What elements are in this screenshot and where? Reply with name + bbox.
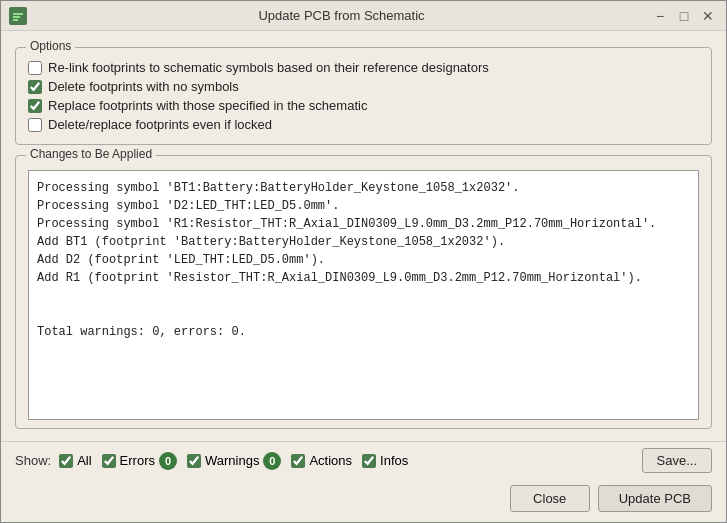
changes-group: Changes to Be Applied Processing symbol … [15,155,712,429]
main-window: Update PCB from Schematic − □ ✕ Options … [0,0,727,523]
replace-footprints-label[interactable]: Replace footprints with those specified … [48,98,367,113]
filter-errors: Errors 0 [102,452,177,470]
action-bar: Close Update PCB [1,479,726,522]
delete-locked-checkbox[interactable] [28,118,42,132]
filter-infos-label[interactable]: Infos [380,453,408,468]
relink-checkbox[interactable] [28,61,42,75]
close-button-action[interactable]: Close [510,485,590,512]
replace-footprints-checkbox[interactable] [28,99,42,113]
maximize-button[interactable]: □ [674,6,694,26]
filter-actions: Actions [291,453,352,468]
app-icon [9,7,27,25]
filter-infos: Infos [362,453,408,468]
filter-all-label[interactable]: All [77,453,91,468]
changes-group-title: Changes to Be Applied [26,147,156,161]
relink-label[interactable]: Re-link footprints to schematic symbols … [48,60,489,75]
options-group: Options Re-link footprints to schematic … [15,47,712,145]
filter-errors-checkbox[interactable] [102,454,116,468]
filter-all-checkbox[interactable] [59,454,73,468]
options-group-title: Options [26,39,75,53]
update-pcb-button[interactable]: Update PCB [598,485,712,512]
filter-actions-label[interactable]: Actions [309,453,352,468]
show-bar: Show: All Errors 0 Warnings 0 Actions In… [1,441,726,479]
filter-infos-checkbox[interactable] [362,454,376,468]
minimize-button[interactable]: − [650,6,670,26]
svg-rect-3 [13,19,18,21]
content-area: Options Re-link footprints to schematic … [1,31,726,441]
filter-actions-checkbox[interactable] [291,454,305,468]
changes-textarea[interactable]: Processing symbol 'BT1:Battery:BatteryHo… [28,170,699,420]
close-button[interactable]: ✕ [698,6,718,26]
filter-warnings-checkbox[interactable] [187,454,201,468]
delete-no-sym-label[interactable]: Delete footprints with no symbols [48,79,239,94]
show-label: Show: [15,453,51,468]
svg-rect-2 [13,16,20,18]
save-button[interactable]: Save... [642,448,712,473]
filter-errors-label[interactable]: Errors [120,453,155,468]
delete-no-sym-row: Delete footprints with no symbols [28,79,699,94]
filter-warnings-label[interactable]: Warnings [205,453,259,468]
filter-all: All [59,453,91,468]
errors-badge: 0 [159,452,177,470]
warnings-badge: 0 [263,452,281,470]
delete-no-sym-checkbox[interactable] [28,80,42,94]
svg-rect-1 [13,13,23,15]
window-controls: − □ ✕ [650,6,718,26]
replace-footprints-row: Replace footprints with those specified … [28,98,699,113]
window-title: Update PCB from Schematic [33,8,650,23]
relink-row: Re-link footprints to schematic symbols … [28,60,699,75]
delete-locked-row: Delete/replace footprints even if locked [28,117,699,132]
titlebar: Update PCB from Schematic − □ ✕ [1,1,726,31]
changes-box: Changes to Be Applied Processing symbol … [15,155,712,429]
delete-locked-label[interactable]: Delete/replace footprints even if locked [48,117,272,132]
filter-warnings: Warnings 0 [187,452,281,470]
